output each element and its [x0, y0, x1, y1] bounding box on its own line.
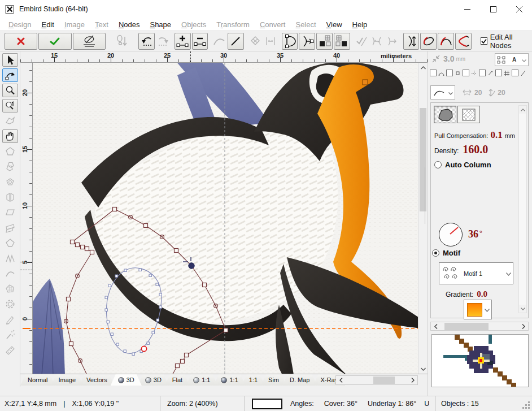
- zigzag-tool[interactable]: [2, 252, 18, 265]
- option-checkbox-3[interactable]: [463, 70, 469, 76]
- arc-segment-button[interactable]: [212, 33, 226, 50]
- menu-shape[interactable]: Shape: [145, 19, 176, 30]
- tab-sim[interactable]: Sim: [261, 374, 286, 386]
- tab-d-map[interactable]: D. Map: [282, 374, 317, 386]
- mirror-shape-tool[interactable]: [2, 191, 18, 204]
- edit-nodes-tool[interactable]: [2, 68, 18, 82]
- split-arc-button[interactable]: [438, 33, 454, 50]
- node-spacing-button[interactable]: [263, 33, 277, 50]
- move-horizontal-button[interactable]: [385, 33, 399, 50]
- motif-radio[interactable]: Motif: [432, 249, 460, 257]
- arc-tool[interactable]: [2, 267, 18, 280]
- design-canvas[interactable]: [33, 63, 418, 374]
- hscroll-thumb[interactable]: [444, 323, 489, 330]
- swap-outline-button[interactable]: [420, 33, 437, 50]
- zoom-tool[interactable]: [2, 84, 18, 97]
- panel-vscrollbar[interactable]: [518, 105, 527, 313]
- embroidery-canvas[interactable]: [33, 63, 418, 374]
- tab-3d-2[interactable]: 3D: [138, 374, 169, 386]
- hscroll-thumb[interactable]: [373, 377, 395, 384]
- panel-hscrollbar[interactable]: [430, 322, 529, 331]
- generate-stitches-button[interactable]: [73, 33, 106, 50]
- menu-objects[interactable]: Objects: [176, 19, 211, 30]
- angle-dial[interactable]: [439, 223, 463, 246]
- pan-tool[interactable]: [2, 129, 18, 143]
- menu-view[interactable]: View: [321, 19, 347, 30]
- edit-all-nodes-checkbox[interactable]: Edit All Nodes: [481, 33, 532, 50]
- maximize-button[interactable]: [480, 0, 506, 18]
- freehand-select-tool[interactable]: [2, 114, 18, 128]
- menu-convert[interactable]: Convert: [255, 19, 291, 30]
- menu-nodes[interactable]: Nodes: [114, 19, 145, 30]
- fill-mode-button[interactable]: [434, 106, 456, 123]
- validate-nodes-button[interactable]: [354, 33, 368, 50]
- insert-node-button[interactable]: [175, 33, 191, 50]
- option-checkbox-5[interactable]: [495, 70, 502, 76]
- minimize-button[interactable]: [454, 0, 480, 18]
- corner-node-before-button[interactable]: [316, 33, 333, 50]
- menu-select[interactable]: Select: [290, 19, 321, 30]
- measure-tool[interactable]: [2, 343, 18, 357]
- menu-edit[interactable]: Edit: [36, 19, 59, 30]
- gradient-color-combobox[interactable]: [464, 300, 492, 319]
- scroll-left-button[interactable]: [336, 376, 346, 384]
- canvas-hscrollbar[interactable]: [335, 375, 418, 385]
- close-button[interactable]: [506, 0, 532, 18]
- menu-design[interactable]: Design: [3, 19, 36, 30]
- tab-normal[interactable]: Normal: [20, 374, 55, 386]
- scroll-left-button[interactable]: [431, 322, 441, 330]
- banner-tool[interactable]: [2, 221, 18, 235]
- select-tool[interactable]: [2, 53, 18, 67]
- start-point-marker[interactable]: [141, 346, 146, 351]
- curve-style-combobox[interactable]: [430, 85, 455, 99]
- transform-handles-button[interactable]: [248, 33, 262, 50]
- shape-tool[interactable]: [2, 145, 18, 158]
- line-segment-button[interactable]: [228, 33, 244, 50]
- motif-combobox[interactable]: Motif 1: [439, 262, 513, 284]
- tab-vectors[interactable]: Vectors: [79, 374, 115, 386]
- option-checkbox-4[interactable]: [479, 70, 486, 76]
- node-type-combobox[interactable]: A: [495, 53, 529, 66]
- scroll-down-button[interactable]: [519, 305, 526, 313]
- rotate-shape-tool[interactable]: [2, 175, 18, 189]
- menu-text[interactable]: Text: [90, 19, 114, 30]
- zoom-1-1-tool[interactable]: [2, 99, 18, 113]
- delete-node-button[interactable]: [192, 33, 208, 50]
- scroll-down-button[interactable]: [418, 364, 428, 374]
- pattern-mode-button[interactable]: [457, 106, 480, 123]
- open-angle-button[interactable]: [455, 33, 472, 50]
- design-overview-thumbnail[interactable]: [431, 334, 529, 387]
- corner-node-after-button[interactable]: [334, 33, 350, 50]
- tab-1-1-a[interactable]: 1:1: [186, 374, 217, 386]
- magic-wand-tool[interactable]: [2, 328, 18, 341]
- menu-image[interactable]: Image: [59, 19, 90, 30]
- cancel-button[interactable]: [5, 33, 37, 50]
- option-checkbox-1[interactable]: [430, 70, 437, 76]
- scroll-up-button[interactable]: [519, 106, 526, 114]
- scroll-right-button[interactable]: [518, 322, 528, 330]
- outline-tool[interactable]: [2, 236, 18, 250]
- tab-image[interactable]: Image: [51, 374, 83, 386]
- copy-shapes-tool[interactable]: [2, 160, 18, 174]
- apply-button[interactable]: [38, 33, 71, 50]
- stretch-horizontal-button[interactable]: [369, 33, 383, 50]
- direction-node-button[interactable]: [299, 33, 315, 50]
- menu-help[interactable]: Help: [347, 19, 373, 30]
- mesh-tool[interactable]: [2, 282, 18, 296]
- close-shape-button[interactable]: [282, 33, 298, 50]
- pen-tool[interactable]: [2, 313, 18, 326]
- option-checkbox-6[interactable]: [512, 70, 518, 76]
- menu-transform[interactable]: Transform: [211, 19, 255, 30]
- redo-button[interactable]: [156, 33, 170, 50]
- undo-button[interactable]: [138, 33, 155, 50]
- tab-1-1-c[interactable]: 1:1: [242, 374, 265, 386]
- skew-shape-tool[interactable]: [2, 206, 18, 219]
- settings-tool[interactable]: [2, 297, 18, 311]
- tab-3d-1[interactable]: 3D: [111, 374, 142, 386]
- scroll-right-button[interactable]: [408, 376, 417, 384]
- option-checkbox-2[interactable]: [446, 70, 453, 76]
- stretch-vertical-button[interactable]: [403, 33, 420, 50]
- resize-grip[interactable]: [528, 407, 530, 409]
- tab-1-1-b[interactable]: 1:1: [213, 374, 245, 386]
- simulate-steps-button[interactable]: [115, 33, 129, 50]
